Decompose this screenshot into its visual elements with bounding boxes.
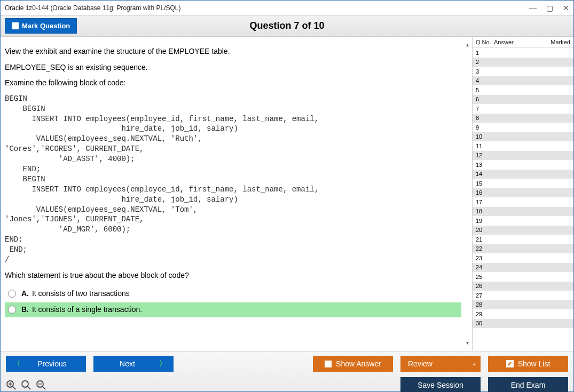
question-list-row[interactable]: 28 (473, 300, 573, 310)
show-list-button[interactable]: ✔ Show List (488, 356, 568, 372)
svg-line-7 (43, 387, 46, 390)
show-answer-button[interactable]: Show Answer (313, 356, 393, 372)
question-list-row[interactable]: 3 (473, 67, 573, 76)
app-window: Oracle 1z0-144 (Oracle Database 11g: Pro… (0, 0, 574, 392)
question-list-row[interactable]: 30 (473, 319, 573, 329)
option-b[interactable]: B. It consists of a single transaction. (5, 302, 461, 317)
options-group: A. It consists of two transactions B. It… (5, 286, 461, 317)
intro-line-3: Examine the following block of code: (5, 78, 461, 89)
code-block: BEGIN BEGIN INSERT INTO employees(employ… (5, 94, 461, 265)
zoom-controls (6, 380, 46, 390)
question-list-row[interactable]: 1 (473, 48, 573, 58)
mark-question-button[interactable]: Mark Question (5, 18, 77, 34)
question-list-row[interactable]: 13 (473, 160, 573, 170)
check-icon: ✔ (506, 360, 514, 367)
question-scroll-area[interactable]: ▴ ▾ View the exhibit and examine the str… (1, 41, 472, 347)
checkbox-icon (325, 361, 332, 367)
scroll-up-icon[interactable]: ▴ (463, 41, 471, 49)
question-list-row[interactable]: 10 (473, 132, 573, 142)
question-list-row[interactable]: 18 (473, 207, 573, 217)
intro-line-1: View the exhibit and examine the structu… (5, 46, 461, 57)
question-list-row[interactable]: 22 (473, 244, 573, 254)
svg-point-4 (22, 381, 28, 387)
question-list-row[interactable]: 7 (473, 104, 573, 114)
question-pane: ▴ ▾ View the exhibit and examine the str… (1, 37, 472, 351)
svg-line-1 (13, 387, 16, 390)
header-answer: Answer (494, 39, 545, 45)
chevron-right-icon: 〉 (159, 359, 166, 369)
question-list-row[interactable]: 14 (473, 170, 573, 179)
toolbar: Mark Question Question 7 of 10 (1, 15, 573, 37)
maximize-button[interactable]: ▢ (546, 4, 553, 12)
chevron-left-icon: 〈 (13, 359, 20, 369)
zoom-reset-icon[interactable] (6, 380, 17, 390)
minimize-button[interactable]: — (529, 4, 537, 12)
next-button[interactable]: Next 〉 (93, 356, 174, 372)
review-button[interactable]: Review ▴ (400, 356, 481, 372)
question-list-row[interactable]: 16 (473, 188, 573, 198)
question-list-row[interactable]: 15 (473, 179, 573, 188)
checkbox-icon (12, 22, 19, 29)
question-list-row[interactable]: 24 (473, 263, 573, 273)
question-list-row[interactable]: 2 (473, 58, 573, 67)
svg-line-5 (28, 387, 31, 390)
previous-button[interactable]: 〈 Previous (6, 356, 86, 372)
intro-line-2: EMPLOYEE_SEQ is an existing sequence. (5, 62, 461, 73)
caret-up-icon: ▴ (473, 362, 475, 366)
prompt-line: Which statement is true about the above … (5, 270, 461, 281)
body: ▴ ▾ View the exhibit and examine the str… (1, 37, 573, 351)
header-qno: Q No. (476, 39, 494, 45)
question-list-row[interactable]: 9 (473, 123, 573, 132)
footer: 〈 Previous Next 〉 Show Answer Review ▴ (1, 351, 573, 391)
titlebar: Oracle 1z0-144 (Oracle Database 11g: Pro… (1, 1, 573, 15)
question-list-row[interactable]: 12 (473, 151, 573, 161)
save-session-button[interactable]: Save Session (400, 377, 481, 392)
question-list-row[interactable]: 27 (473, 291, 573, 300)
question-list-row[interactable]: 26 (473, 282, 573, 291)
question-list-row[interactable]: 4 (473, 76, 573, 86)
question-list-row[interactable]: 23 (473, 253, 573, 263)
scroll-down-icon[interactable]: ▾ (463, 339, 471, 347)
option-a[interactable]: A. It consists of two transactions (5, 286, 461, 301)
question-list-header: Q No. Answer Marked (473, 37, 573, 47)
radio-icon (8, 290, 16, 298)
radio-icon (8, 306, 16, 314)
question-list-row[interactable]: 17 (473, 197, 573, 207)
question-list-pane: Q No. Answer Marked 12345678910111213141… (472, 37, 573, 351)
question-list-row[interactable]: 5 (473, 85, 573, 95)
window-title: Oracle 1z0-144 (Oracle Database 11g: Pro… (5, 4, 180, 12)
close-button[interactable]: ✕ (563, 4, 569, 12)
end-exam-button[interactable]: End Exam (488, 377, 568, 392)
question-list-row[interactable]: 29 (473, 309, 573, 319)
window-controls: — ▢ ✕ (529, 4, 569, 12)
question-list-row[interactable]: 25 (473, 272, 573, 282)
question-list-row[interactable]: 11 (473, 141, 573, 151)
question-list[interactable]: 1234567891011121314151617181920212223242… (473, 47, 573, 351)
question-text: View the exhibit and examine the structu… (1, 46, 472, 317)
question-list-row[interactable]: 6 (473, 95, 573, 105)
question-list-row[interactable]: 19 (473, 216, 573, 226)
zoom-out-icon[interactable] (36, 380, 46, 390)
question-list-row[interactable]: 21 (473, 235, 573, 244)
question-counter: Question 7 of 10 (249, 20, 324, 31)
question-list-row[interactable]: 20 (473, 226, 573, 235)
zoom-in-icon[interactable] (21, 380, 32, 390)
mark-question-label: Mark Question (22, 22, 70, 30)
question-list-row[interactable]: 8 (473, 114, 573, 123)
header-marked: Marked (545, 39, 570, 45)
